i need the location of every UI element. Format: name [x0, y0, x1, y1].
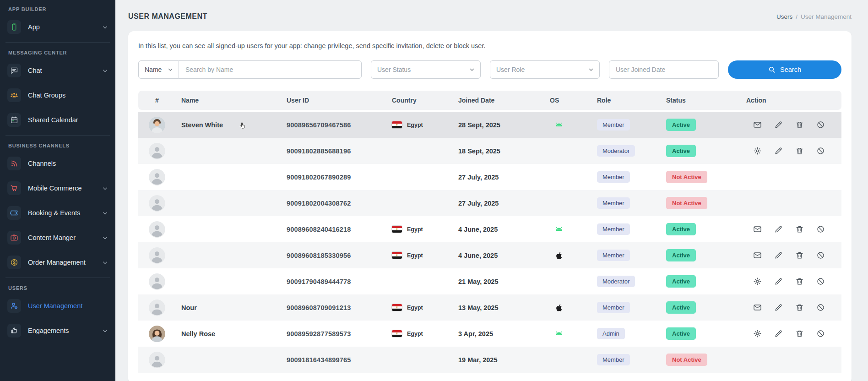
- delete-action-button[interactable]: [795, 251, 804, 260]
- edit-action-button[interactable]: [774, 225, 783, 234]
- user-joined-date-input[interactable]: [609, 60, 719, 79]
- table-row[interactable]: Steven White 90089656709467586 Egypt 28 …: [138, 112, 841, 138]
- status-badge: Not Active: [666, 197, 707, 209]
- sidebar-item-booking-events[interactable]: Booking & Events: [0, 201, 115, 225]
- search-icon: [768, 66, 776, 73]
- settings-action-button[interactable]: [753, 147, 762, 155]
- user-id: 90089656709467586: [281, 121, 386, 129]
- delete-action-button[interactable]: [795, 225, 804, 234]
- block-action-button[interactable]: [816, 277, 825, 286]
- edit-action-button[interactable]: [774, 120, 783, 129]
- thumbs-up-icon: [7, 324, 21, 337]
- country-name: Egypt: [407, 122, 423, 128]
- sidebar-item-channels[interactable]: Channels: [0, 151, 115, 176]
- user-id: 90091802067890289: [281, 174, 386, 181]
- mail-action-button[interactable]: [753, 225, 762, 234]
- delete-action-button[interactable]: [795, 120, 804, 129]
- column-header-joined-date: Joined Date: [453, 97, 544, 104]
- status-badge: Active: [666, 301, 696, 314]
- chevron-down-icon: [102, 24, 108, 30]
- table-row[interactable]: 90089608240416218 Egypt 4 June, 2025 Mem…: [138, 216, 841, 242]
- breadcrumb: Users / User Management: [776, 13, 852, 20]
- avatar: [149, 247, 165, 264]
- table-row[interactable]: 90091790489444778 21 May, 2025 Moderator…: [138, 268, 841, 294]
- sidebar-item-shared-calendar[interactable]: Shared Calendar: [0, 108, 115, 132]
- settings-action-button[interactable]: [753, 329, 762, 338]
- breadcrumb-users-link[interactable]: Users: [776, 13, 792, 20]
- sidebar-item-mobile-commerce[interactable]: Mobile Commerce: [0, 176, 115, 201]
- block-action-button[interactable]: [816, 251, 825, 260]
- table-row[interactable]: 90091802067890289 27 July, 2025 Member N…: [138, 164, 841, 190]
- mail-action-button[interactable]: [753, 303, 762, 312]
- table-row[interactable]: 90089608185330956 Egypt 4 June, 2025 Mem…: [138, 242, 841, 268]
- block-action-button[interactable]: [816, 147, 825, 155]
- app-root: APP BUILDER App MESSAGING CENTER Chat Ch…: [0, 0, 868, 381]
- block-action-button[interactable]: [816, 225, 825, 234]
- sidebar-section-label-messaging-center: MESSAGING CENTER: [0, 44, 115, 58]
- user-id: 90091802885688196: [281, 147, 386, 155]
- camera-icon: [7, 231, 21, 245]
- row-actions: [741, 329, 841, 338]
- delete-action-button[interactable]: [795, 277, 804, 286]
- table-row[interactable]: Nelly Rose 90089592877589573 Egypt 3 Apr…: [138, 321, 841, 347]
- sidebar-item-engagements[interactable]: Engagements: [0, 318, 115, 343]
- country-name: Egypt: [407, 252, 423, 259]
- block-action-button[interactable]: [816, 329, 825, 338]
- chevron-down-icon: [102, 328, 108, 334]
- name-search-group: Name: [138, 60, 362, 79]
- chevron-down-icon: [469, 67, 475, 72]
- avatar: [149, 169, 165, 185]
- name-filter-select[interactable]: Name: [138, 60, 179, 79]
- status-badge: Not Active: [666, 171, 707, 183]
- table-row[interactable]: 90091802885688196 18 Sept, 2025 Moderato…: [138, 138, 841, 164]
- delete-action-button[interactable]: [795, 329, 804, 338]
- settings-action-button[interactable]: [753, 277, 762, 286]
- user-status-select[interactable]: User Status: [371, 60, 481, 79]
- chat-icon: [7, 64, 21, 77]
- delete-action-button[interactable]: [795, 303, 804, 312]
- edit-action-button[interactable]: [774, 277, 783, 286]
- joined-date: 28 Sept, 2025: [453, 121, 544, 129]
- user-role-label: User Role: [496, 66, 525, 73]
- user-name: Steven White: [181, 121, 223, 129]
- user-id: 90089608709091213: [281, 304, 386, 311]
- table-body: Steven White 90089656709467586 Egypt 28 …: [138, 112, 841, 373]
- search-by-name-input[interactable]: [179, 60, 362, 79]
- table-row[interactable]: 90091816434899765 19 Mar, 2025 Member No…: [138, 347, 841, 373]
- column-header-country: Country: [386, 97, 453, 104]
- user-role-select[interactable]: User Role: [490, 60, 600, 79]
- joined-date: 4 June, 2025: [453, 252, 544, 259]
- phone-icon: [7, 20, 21, 34]
- sidebar-item-app[interactable]: App: [0, 15, 115, 39]
- ticket-icon: [7, 206, 21, 220]
- block-action-button[interactable]: [816, 120, 825, 129]
- delete-action-button[interactable]: [795, 147, 804, 155]
- search-button[interactable]: Search: [728, 60, 841, 79]
- edit-action-button[interactable]: [774, 147, 783, 155]
- cursor-pointer-icon: [239, 121, 247, 129]
- avatar: [149, 326, 165, 342]
- joined-date: 27 July, 2025: [453, 174, 544, 181]
- block-action-button[interactable]: [816, 303, 825, 312]
- sidebar-item-label: Shared Calendar: [28, 116, 78, 124]
- user-id: 90091816434899765: [281, 356, 386, 364]
- sidebar: APP BUILDER App MESSAGING CENTER Chat Ch…: [0, 0, 115, 381]
- filters-row: Name User Status User Role Search: [138, 60, 841, 79]
- sidebar-item-chat-groups[interactable]: Chat Groups: [0, 83, 115, 108]
- sidebar-item-content-manger[interactable]: Content Manger: [0, 225, 115, 250]
- user-id: 90089608185330956: [281, 252, 386, 259]
- sidebar-item-order-management[interactable]: Order Management: [0, 250, 115, 275]
- edit-action-button[interactable]: [774, 251, 783, 260]
- column-header-status: Status: [661, 97, 741, 104]
- table-row[interactable]: 90091802004308762 27 July, 2025 Member N…: [138, 190, 841, 216]
- sidebar-item-user-management[interactable]: User Management: [0, 294, 115, 318]
- mail-action-button[interactable]: [753, 251, 762, 260]
- edit-action-button[interactable]: [774, 329, 783, 338]
- sidebar-item-chat[interactable]: Chat: [0, 58, 115, 83]
- table-row[interactable]: Nour 90089608709091213 Egypt 13 May, 202…: [138, 294, 841, 321]
- joined-date: 27 July, 2025: [453, 200, 544, 207]
- mail-action-button[interactable]: [753, 120, 762, 129]
- edit-action-button[interactable]: [774, 303, 783, 312]
- row-actions: [741, 225, 841, 234]
- sidebar-item-label: Engagements: [28, 327, 69, 334]
